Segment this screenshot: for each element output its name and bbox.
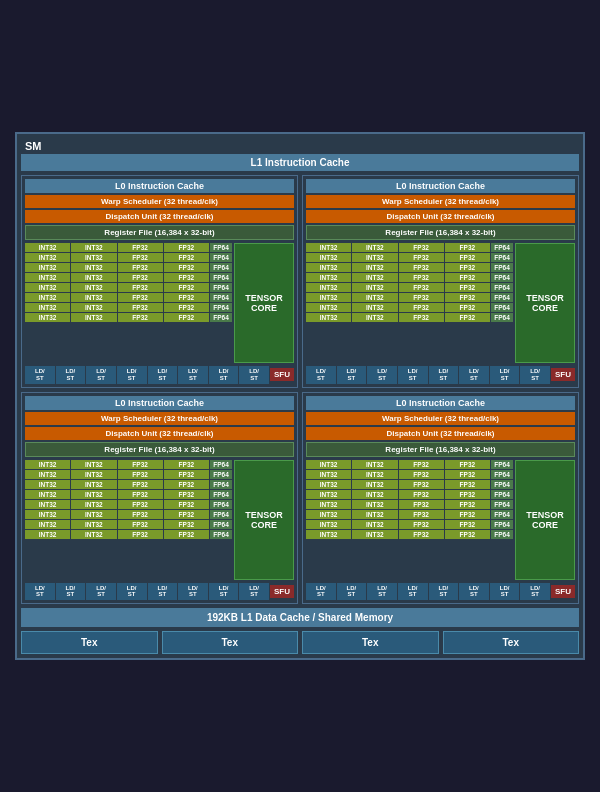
q1-l0-cache: L0 Instruction Cache <box>25 179 294 193</box>
l1-instruction-cache: L1 Instruction Cache <box>21 154 579 171</box>
q4-l0-cache: L0 Instruction Cache <box>306 396 575 410</box>
tex-unit-4: Tex <box>443 631 580 654</box>
l1-data-cache: 192KB L1 Data Cache / Shared Memory <box>21 608 579 627</box>
q3-warp-scheduler: Warp Scheduler (32 thread/clk) <box>25 412 294 425</box>
q2-execution-area: INT32INT32FP32FP32FP64 INT32INT32FP32FP3… <box>306 243 575 363</box>
q1-register-file: Register File (16,384 x 32-bit) <box>25 225 294 240</box>
q4-sfu: SFU <box>551 585 575 598</box>
quadrant-1: L0 Instruction Cache Warp Scheduler (32 … <box>21 175 298 387</box>
q1-int-fp-block: INT32INT32FP32FP32FP64 INT32INT32FP32FP3… <box>25 243 232 363</box>
q1-dispatch-unit: Dispatch Unit (32 thread/clk) <box>25 210 294 223</box>
sm-container: SM L1 Instruction Cache L0 Instruction C… <box>15 132 585 659</box>
q3-dispatch-unit: Dispatch Unit (32 thread/clk) <box>25 427 294 440</box>
q3-execution-area: INT32INT32FP32FP32FP64 INT32INT32FP32FP3… <box>25 460 294 580</box>
q4-warp-scheduler: Warp Scheduler (32 thread/clk) <box>306 412 575 425</box>
q4-tensor-core: TENSOR CORE <box>515 460 575 580</box>
q2-tensor-core: TENSOR CORE <box>515 243 575 363</box>
q4-ld-st-row: LD/ST LD/ST LD/ST LD/ST LD/ST LD/ST LD/S… <box>306 583 575 600</box>
q4-register-file: Register File (16,384 x 32-bit) <box>306 442 575 457</box>
tex-unit-2: Tex <box>162 631 299 654</box>
tex-unit-1: Tex <box>21 631 158 654</box>
q2-sfu: SFU <box>551 368 575 381</box>
q1-warp-scheduler: Warp Scheduler (32 thread/clk) <box>25 195 294 208</box>
q2-dispatch-unit: Dispatch Unit (32 thread/clk) <box>306 210 575 223</box>
q3-ld-st-row: LD/ST LD/ST LD/ST LD/ST LD/ST LD/ST LD/S… <box>25 583 294 600</box>
q3-l0-cache: L0 Instruction Cache <box>25 396 294 410</box>
q1-sfu: SFU <box>270 368 294 381</box>
q1-execution-area: INT32INT32FP32FP32FP64 INT32INT32FP32FP3… <box>25 243 294 363</box>
q2-warp-scheduler: Warp Scheduler (32 thread/clk) <box>306 195 575 208</box>
q3-int-fp-block: INT32INT32FP32FP32FP64 INT32INT32FP32FP3… <box>25 460 232 580</box>
tex-row: Tex Tex Tex Tex <box>21 631 579 654</box>
tex-unit-3: Tex <box>302 631 439 654</box>
q2-register-file: Register File (16,384 x 32-bit) <box>306 225 575 240</box>
q4-execution-area: INT32INT32FP32FP32FP64 INT32INT32FP32FP3… <box>306 460 575 580</box>
q3-tensor-core: TENSOR CORE <box>234 460 294 580</box>
q1-ld-st-row: LD/ST LD/ST LD/ST LD/ST LD/ST LD/ST LD/S… <box>25 366 294 383</box>
q2-l0-cache: L0 Instruction Cache <box>306 179 575 193</box>
quadrant-3: L0 Instruction Cache Warp Scheduler (32 … <box>21 392 298 604</box>
q3-register-file: Register File (16,384 x 32-bit) <box>25 442 294 457</box>
quadrant-grid: L0 Instruction Cache Warp Scheduler (32 … <box>21 175 579 603</box>
q4-dispatch-unit: Dispatch Unit (32 thread/clk) <box>306 427 575 440</box>
q2-int-fp-block: INT32INT32FP32FP32FP64 INT32INT32FP32FP3… <box>306 243 513 363</box>
sm-label: SM <box>21 138 579 154</box>
q3-sfu: SFU <box>270 585 294 598</box>
q4-int-fp-block: INT32INT32FP32FP32FP64 INT32INT32FP32FP3… <box>306 460 513 580</box>
quadrant-2: L0 Instruction Cache Warp Scheduler (32 … <box>302 175 579 387</box>
q1-tensor-core: TENSOR CORE <box>234 243 294 363</box>
quadrant-4: L0 Instruction Cache Warp Scheduler (32 … <box>302 392 579 604</box>
q2-ld-st-row: LD/ST LD/ST LD/ST LD/ST LD/ST LD/ST LD/S… <box>306 366 575 383</box>
